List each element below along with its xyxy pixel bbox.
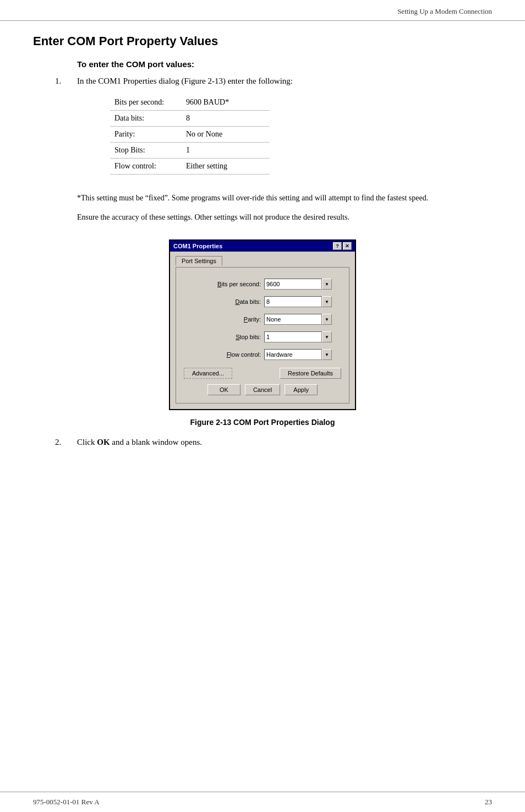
step-1-text: In the COM1 Properties dialog (Figure 2-…	[77, 77, 293, 85]
dropdown-arrow-icon[interactable]: ▼	[322, 331, 332, 342]
dialog-field-input-wrap: ▼	[264, 296, 341, 307]
dialog-field-row: Bits per second:▼	[184, 279, 341, 290]
figure-caption: Figure 2-13 COM Port Properties Dialog	[190, 418, 335, 427]
apply-button[interactable]: Apply	[285, 384, 318, 395]
cancel-button[interactable]: Cancel	[245, 384, 280, 395]
dialog-field-input-1[interactable]	[264, 296, 322, 307]
dialog-body: Port Settings Bits per second:▼Data bits…	[170, 252, 355, 409]
footer-page-number: 23	[485, 798, 492, 806]
dialog-field-label: Flow control:	[206, 351, 261, 358]
step-2-content: Click OK and a blank window opens.	[77, 438, 492, 447]
footer-doc-number: 975-0052-01-01 Rev A	[33, 798, 100, 806]
table-row: Stop Bits:1	[110, 143, 270, 159]
note-2: Ensure the accuracy of these settings. O…	[77, 211, 492, 223]
table-row: Bits per second:9600 BAUD*	[110, 95, 270, 111]
dialog-field-input-3[interactable]	[264, 331, 322, 342]
table-label-cell: Bits per second:	[110, 95, 182, 111]
step-2-bold: OK	[97, 438, 110, 446]
dialog-field-input-2[interactable]	[264, 314, 322, 325]
subsection-heading: To enter the COM port values:	[77, 59, 492, 69]
dialog-field-input-4[interactable]	[264, 349, 322, 360]
advanced-button[interactable]: Advanced...	[184, 368, 232, 379]
dialog-field-row: Data bits:▼	[184, 296, 341, 307]
dialog-field-row: Stop bits:▼	[184, 331, 341, 342]
dialog-field-input-wrap: ▼	[264, 314, 341, 325]
step-2-text: Click	[77, 438, 97, 446]
dialog-content-area: Bits per second:▼Data bits:▼Parity:▼Stop…	[176, 267, 349, 404]
table-value-cell: No or None	[182, 127, 270, 143]
titlebar-buttons: ? ✕	[333, 242, 352, 250]
dialog-field-input-wrap: ▼	[264, 331, 341, 342]
dialog-field-label: Parity:	[206, 316, 261, 323]
section-title: Enter COM Port Property Values	[33, 34, 492, 48]
figure-container: COM1 Properties ? ✕ Port Settings	[33, 239, 492, 427]
table-row: Data bits:8	[110, 111, 270, 127]
figure-caption-text: COM Port Properties Dialog	[233, 418, 335, 427]
table-label-cell: Flow control:	[110, 159, 182, 175]
dialog-field-input-wrap: ▼	[264, 279, 341, 290]
table-value-cell: 9600 BAUD*	[182, 95, 270, 111]
dialog-field-row: Flow control:▼	[184, 349, 341, 360]
ok-button[interactable]: OK	[207, 384, 240, 395]
dialog-field-row: Parity:▼	[184, 314, 341, 325]
table-row: Flow control:Either setting	[110, 159, 270, 175]
step-1: 1. In the COM1 Properties dialog (Figure…	[55, 77, 492, 183]
step-2-number: 2.	[55, 438, 77, 447]
port-settings-tab[interactable]: Port Settings	[176, 256, 222, 266]
step-2-text2: and a blank window opens.	[110, 438, 202, 446]
step-2: 2. Click OK and a blank window opens.	[55, 438, 492, 447]
dropdown-arrow-icon[interactable]: ▼	[322, 349, 332, 360]
dialog-field-label: Data bits:	[206, 298, 261, 305]
header-text: Setting Up a Modem Connection	[397, 7, 492, 15]
table-row: Parity:No or None	[110, 127, 270, 143]
dialog-tabs: Port Settings	[176, 256, 349, 266]
restore-defaults-button[interactable]: Restore Defaults	[280, 368, 341, 379]
table-value-cell: 1	[182, 143, 270, 159]
table-label-cell: Data bits:	[110, 111, 182, 127]
dialog-field-input-wrap: ▼	[264, 349, 341, 360]
dropdown-arrow-icon[interactable]: ▼	[322, 279, 332, 290]
dialog-field-input-0[interactable]	[264, 279, 322, 290]
help-button[interactable]: ?	[333, 242, 342, 250]
main-content: Enter COM Port Property Values To enter …	[0, 21, 525, 467]
table-value-cell: Either setting	[182, 159, 270, 175]
table-label-cell: Stop Bits:	[110, 143, 182, 159]
table-label-cell: Parity:	[110, 127, 182, 143]
dropdown-arrow-icon[interactable]: ▼	[322, 314, 332, 325]
dialog-window: COM1 Properties ? ✕ Port Settings	[169, 239, 356, 410]
dropdown-arrow-icon[interactable]: ▼	[322, 296, 332, 307]
note-1: *This setting must be “fixed”. Some prog…	[77, 192, 492, 204]
figure-label: Figure 2-13	[190, 418, 232, 427]
dialog-titlebar: COM1 Properties ? ✕	[170, 241, 355, 252]
page-footer: 975-0052-01-01 Rev A 23	[0, 792, 525, 812]
settings-table: Bits per second:9600 BAUD*Data bits:8Par…	[110, 95, 270, 175]
ok-cancel-row: OK Cancel Apply	[184, 384, 341, 395]
page-header: Setting Up a Modem Connection	[0, 0, 525, 21]
page: Setting Up a Modem Connection Enter COM …	[0, 0, 525, 812]
dialog-field-label: Bits per second:	[206, 281, 261, 287]
close-button[interactable]: ✕	[343, 242, 352, 250]
step-1-number: 1.	[55, 77, 77, 183]
dialog-buttons-row: Advanced... Restore Defaults	[184, 368, 341, 379]
dialog-field-label: Stop bits:	[206, 334, 261, 340]
step-1-content: In the COM1 Properties dialog (Figure 2-…	[77, 77, 492, 183]
table-value-cell: 8	[182, 111, 270, 127]
dialog-title: COM1 Properties	[173, 243, 222, 249]
